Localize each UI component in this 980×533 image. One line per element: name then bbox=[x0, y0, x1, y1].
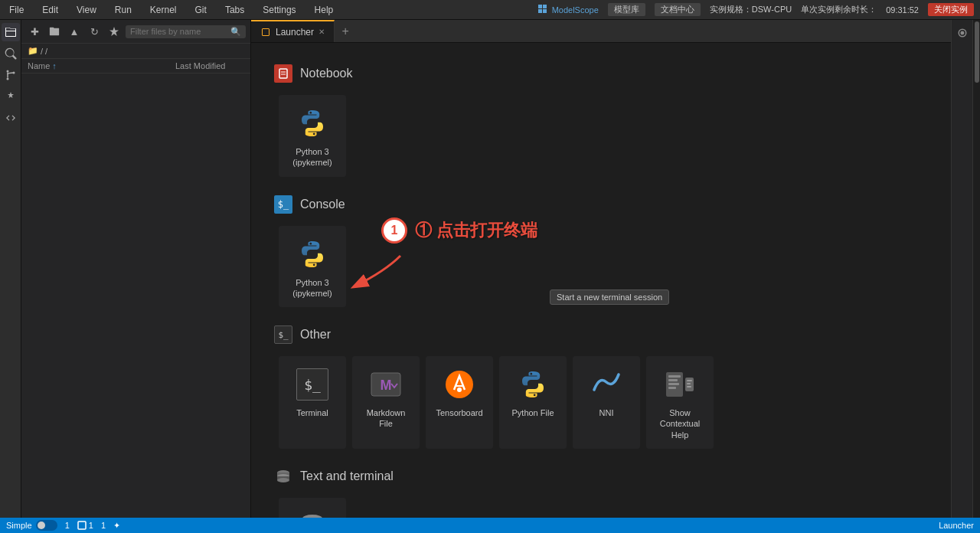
nav-docs[interactable]: 文档中心 bbox=[655, 3, 701, 16]
status-bar: Simple 1 1 1 ✦ Launcher bbox=[0, 518, 980, 533]
svg-rect-21 bbox=[687, 380, 692, 381]
upload-button[interactable]: ▲ bbox=[66, 23, 83, 40]
python3-notebook-item[interactable]: Python 3(ipykernel) bbox=[279, 95, 346, 177]
menu-git[interactable]: Git bbox=[192, 3, 210, 17]
col-name-header[interactable]: Name ↑ bbox=[28, 61, 175, 70]
menu-run[interactable]: Run bbox=[112, 3, 135, 17]
status-right: Launcher bbox=[939, 521, 974, 530]
terminal-item-label: Terminal bbox=[296, 407, 328, 418]
top-bar-right: ModelScope 模型库 文档中心 实例规格：DSW-CPU 单次实例剩余时… bbox=[537, 3, 974, 16]
python-file-item-label: Python File bbox=[511, 407, 554, 418]
nni-icon bbox=[588, 366, 625, 403]
instance-label: 实例规格：DSW-CPU bbox=[710, 4, 792, 15]
terminal-icon: $_ bbox=[294, 366, 331, 403]
close-instance-button[interactable]: 关闭实例 bbox=[928, 3, 974, 16]
terminal-item[interactable]: $_ Terminal bbox=[279, 356, 346, 449]
tab-launcher-label: Launcher bbox=[276, 27, 314, 38]
markdown-file-item[interactable]: M Markdown File bbox=[352, 356, 420, 449]
text-terminal-section-icon bbox=[274, 467, 292, 486]
right-scrollbar[interactable] bbox=[972, 20, 980, 518]
col-indicator: 1 bbox=[77, 521, 93, 530]
menu-kernel[interactable]: Kernel bbox=[147, 3, 180, 17]
scrollbar-thumb[interactable] bbox=[975, 21, 979, 83]
svg-point-14 bbox=[457, 387, 462, 392]
sidebar-item-files[interactable] bbox=[2, 23, 20, 41]
other-section-icon: $_ bbox=[274, 325, 292, 344]
sql-file-item[interactable]: SQL File bbox=[279, 498, 346, 518]
file-browser-panel: ✚ ▲ ↻ 🔍 📁 bbox=[21, 20, 251, 518]
svg-rect-37 bbox=[78, 522, 86, 529]
sidebar-item-code[interactable] bbox=[2, 109, 20, 127]
file-list-header: Name ↑ Last Modified bbox=[21, 59, 250, 74]
new-folder-button[interactable] bbox=[46, 23, 63, 40]
text-terminal-section-title: Text and terminal bbox=[300, 469, 394, 483]
menu-settings[interactable]: Settings bbox=[260, 3, 299, 17]
sidebar-item-extension[interactable] bbox=[2, 87, 20, 106]
notebook-section-title: Notebook bbox=[300, 67, 353, 80]
svg-rect-19 bbox=[668, 387, 676, 389]
notebook-items: Python 3(ipykernel) bbox=[279, 95, 928, 177]
file-search-input[interactable] bbox=[130, 27, 228, 36]
nni-item[interactable]: NNI bbox=[573, 356, 640, 449]
show-contextual-icon bbox=[662, 366, 698, 403]
svg-rect-22 bbox=[687, 383, 691, 384]
svg-rect-23 bbox=[687, 386, 691, 387]
top-menu-bar: File Edit View Run Kernel Git Tabs Setti… bbox=[0, 0, 980, 20]
tensorboard-item-label: Tensorboard bbox=[436, 407, 482, 418]
text-terminal-section-header: Text and terminal bbox=[274, 467, 928, 486]
console-section-icon: $_ bbox=[274, 195, 292, 214]
console-section-header: $_ Console bbox=[274, 195, 928, 214]
python-file-item[interactable]: Python File bbox=[499, 356, 567, 449]
right-settings-button[interactable] bbox=[954, 25, 971, 41]
path-bar: 📁 / / bbox=[21, 44, 250, 59]
tensorboard-icon bbox=[441, 366, 478, 403]
tab-bar: Launcher ✕ + bbox=[251, 20, 951, 43]
svg-text:M: M bbox=[381, 378, 392, 393]
nni-item-label: NNI bbox=[599, 407, 614, 418]
launcher-status-label: Launcher bbox=[939, 521, 974, 530]
git-button[interactable] bbox=[106, 23, 122, 40]
other-items: $_ Terminal M bbox=[279, 356, 928, 449]
svg-point-4 bbox=[6, 70, 8, 73]
tab-close-button[interactable]: ✕ bbox=[318, 28, 325, 36]
new-file-button[interactable]: ✚ bbox=[26, 23, 43, 40]
tensorboard-item[interactable]: Tensorboard bbox=[426, 356, 493, 449]
status-mode: Simple bbox=[6, 520, 57, 531]
svg-rect-2 bbox=[538, 9, 542, 13]
menu-edit[interactable]: Edit bbox=[39, 3, 61, 17]
brand-logo: ModelScope bbox=[537, 4, 599, 16]
menu-help[interactable]: Help bbox=[312, 3, 337, 17]
simple-label: Simple bbox=[6, 521, 32, 530]
menu-file[interactable]: File bbox=[6, 3, 27, 17]
text-terminal-items: SQL File bbox=[279, 498, 928, 518]
console-section-title: Console bbox=[300, 198, 345, 211]
svg-rect-8 bbox=[279, 69, 287, 78]
tab-add-button[interactable]: + bbox=[335, 20, 356, 42]
svg-point-5 bbox=[6, 78, 8, 80]
menu-tabs[interactable]: Tabs bbox=[222, 3, 247, 17]
status-icon-star: ✦ bbox=[113, 521, 120, 531]
svg-rect-3 bbox=[543, 9, 547, 13]
folder-icon: 📁 bbox=[28, 46, 38, 56]
refresh-button[interactable]: ↻ bbox=[86, 23, 103, 40]
tab-launcher[interactable]: Launcher ✕ bbox=[251, 20, 335, 42]
tabs-spaces: 1 bbox=[101, 521, 106, 530]
python3-console-item[interactable]: Python 3(ipykernel) bbox=[279, 226, 346, 308]
sidebar-item-search[interactable] bbox=[2, 44, 20, 63]
file-toolbar: ✚ ▲ ↻ 🔍 bbox=[21, 20, 250, 44]
show-contextual-item[interactable]: Show Contextual Help bbox=[646, 356, 714, 449]
python-notebook-icon bbox=[294, 105, 331, 142]
sidebar-item-git[interactable] bbox=[2, 66, 20, 84]
sql-file-icon bbox=[294, 508, 331, 518]
mode-toggle[interactable] bbox=[36, 520, 57, 531]
activity-bar bbox=[0, 20, 21, 518]
search-icon: 🔍 bbox=[230, 27, 241, 37]
col-modified-header: Last Modified bbox=[175, 61, 244, 70]
other-section-header: $_ Other bbox=[274, 325, 928, 344]
nav-models[interactable]: 模型库 bbox=[608, 3, 645, 16]
svg-rect-1 bbox=[543, 5, 547, 8]
file-search-box: 🔍 bbox=[126, 25, 246, 38]
svg-rect-0 bbox=[538, 5, 542, 8]
menu-view[interactable]: View bbox=[74, 3, 100, 17]
svg-point-29 bbox=[302, 515, 322, 518]
